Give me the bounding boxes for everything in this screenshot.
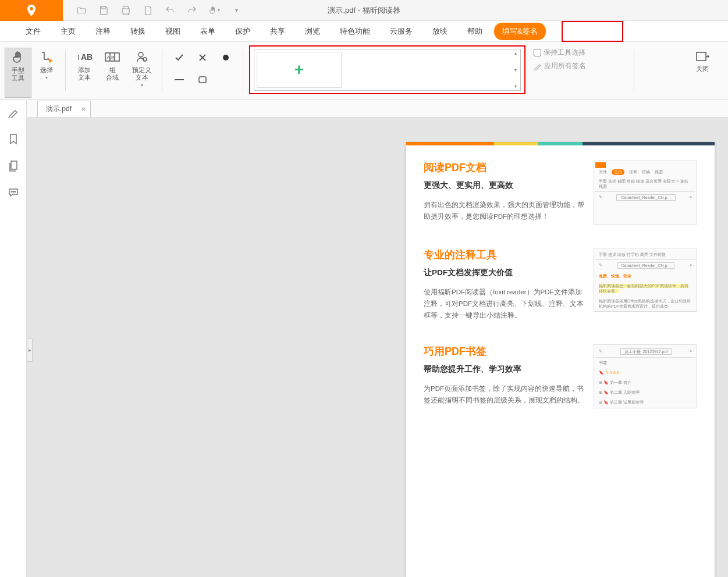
menu-features[interactable]: 特色功能 — [332, 23, 378, 40]
menu-home[interactable]: 主页 — [52, 23, 84, 40]
apply-all-check[interactable]: 应用所有签名 — [534, 61, 586, 71]
quick-toolbar: ▾ ▾ — [63, 5, 242, 16]
svg-point-7 — [139, 52, 143, 57]
plus-icon: + — [294, 60, 304, 79]
section-annotate: 专业的注释工具 让PDF文档发挥更大价值 使用福昕PDF阅读器（foxit re… — [406, 233, 715, 329]
left-expand-handle[interactable]: ▸ — [27, 339, 33, 362]
sec3-title: 巧用PDF书签 — [424, 344, 584, 358]
save-button[interactable] — [98, 5, 109, 16]
menu-share[interactable]: 共享 — [262, 23, 293, 40]
svg-point-16 — [15, 191, 16, 193]
close-icon — [694, 49, 711, 65]
customize-qat[interactable]: ▾ — [230, 5, 242, 16]
close-label: 关闭 — [696, 65, 709, 73]
document-tabs: 演示.pdf × — [27, 100, 728, 117]
sidebar — [0, 100, 27, 577]
keep-tool-check[interactable]: 保持工具选择 — [534, 48, 586, 58]
menu-browse[interactable]: 浏览 — [297, 23, 328, 40]
redo-button[interactable] — [186, 5, 198, 16]
svg-text:B: B — [111, 55, 115, 60]
sec2-body: 使用福昕PDF阅读器（foxit reader）为PDF文件添加注释，可对PDF… — [424, 286, 584, 321]
predef-text-tool[interactable]: 预定义 文本 ▾ — [127, 48, 156, 98]
menu-cloud[interactable]: 云服务 — [382, 23, 421, 40]
menu-view[interactable]: 视图 — [157, 23, 189, 40]
signature-scroll: ▴ ▾ ▾ — [512, 51, 519, 89]
section-read: 阅读PDF文档 更强大、更实用、更高效 拥有出色的文档渲染效果，强大的页面管理功… — [406, 145, 715, 233]
add-text-icon: IAB — [76, 49, 93, 65]
tab-label: 演示.pdf — [46, 104, 72, 114]
sec1-thumb: 文件主页注释转换视图 手型 选择 截图 剪贴 缩放 适合页面 实际大小 旋转视图… — [594, 161, 697, 225]
undo-button[interactable] — [164, 5, 176, 16]
window-title: 演示.pdf - 福昕阅读器 — [328, 5, 400, 16]
add-text-label: 添加 文本 — [78, 66, 91, 81]
sec3-sub: 帮助您提升工作、学习效率 — [424, 364, 584, 375]
menu-fill-sign[interactable]: 填写&签名 — [494, 23, 546, 40]
ribbon: 手型 工具 选择 ▾ IAB 添加 文本 AB 组 合域 预定义 文本 ▾ + — [0, 42, 728, 100]
menu-convert[interactable]: 转换 — [122, 23, 154, 40]
close-button[interactable]: 关闭 — [685, 48, 720, 73]
menu-protect[interactable]: 保护 — [227, 23, 258, 40]
add-signature-button[interactable]: + — [257, 52, 342, 88]
signature-gallery: + ▴ ▾ ▾ — [254, 49, 521, 91]
svg-point-15 — [13, 191, 14, 193]
sec1-title: 阅读PDF文档 — [424, 161, 584, 174]
tab-close[interactable]: × — [81, 105, 86, 113]
menu-comment[interactable]: 注释 — [87, 23, 119, 40]
signature-gallery-highlight: + ▴ ▾ ▾ — [249, 45, 525, 94]
menu-help[interactable]: 帮助 — [459, 23, 491, 40]
open-button[interactable] — [76, 5, 87, 16]
scroll-up[interactable]: ▴ — [514, 51, 517, 56]
menu-file[interactable]: 文件 — [17, 23, 49, 40]
sec1-sub: 更强大、更实用、更高效 — [424, 180, 584, 191]
sec2-sub: 让PDF文档发挥更大价值 — [424, 268, 584, 278]
titlebar: ▾ ▾ 演示.pdf - 福昕阅读器 — [0, 0, 728, 21]
signature-options: 保持工具选择 应用所有签名 — [528, 48, 586, 71]
svg-text:AB: AB — [81, 52, 93, 62]
scroll-down[interactable]: ▾ — [514, 67, 517, 73]
add-text-tool[interactable]: IAB 添加 文本 — [72, 48, 97, 98]
select-tool[interactable]: 选择 ▾ — [34, 48, 59, 98]
sidebar-comment[interactable] — [7, 186, 20, 199]
page-stripe — [406, 142, 715, 145]
select-label: 选择 — [40, 66, 53, 74]
app-logo[interactable] — [0, 0, 63, 21]
x-mark[interactable] — [197, 52, 208, 63]
doc-tab[interactable]: 演示.pdf × — [37, 101, 91, 117]
pdf-page: 阅读PDF文档 更强大、更实用、更高效 拥有出色的文档渲染效果，强大的页面管理功… — [406, 142, 715, 577]
predef-label: 预定义 文本 — [132, 66, 151, 81]
dot-mark[interactable] — [221, 52, 231, 63]
menu-play[interactable]: 放映 — [424, 23, 456, 40]
section-bookmark: 巧用PDF书签 帮助您提升工作、学习效率 为PDF页面添加书签，除了实现内容的快… — [406, 329, 715, 416]
foxit-logo-icon — [24, 3, 38, 17]
sidebar-pencil[interactable] — [7, 106, 20, 119]
page-button[interactable] — [142, 5, 154, 16]
sidebar-pages[interactable] — [7, 159, 20, 172]
combo-tool[interactable]: AB 组 合域 — [100, 48, 125, 98]
svg-point-14 — [11, 191, 12, 193]
menubar: 文件 主页 注释 转换 视图 表单 保护 共享 浏览 特色功能 云服务 放映 帮… — [0, 21, 728, 42]
rect-mark[interactable] — [197, 74, 208, 85]
document-viewport[interactable]: ▸ 阅读PDF文档 更强大、更实用、更高效 拥有出色的文档渲染效果，强大的页面管… — [27, 117, 728, 577]
line-mark[interactable] — [174, 74, 184, 85]
menu-form[interactable]: 表单 — [192, 23, 223, 40]
sec3-body: 为PDF页面添加书签，除了实现内容的快速导航，书签还能指明不同书签的层级关系，展… — [424, 383, 584, 406]
svg-text:I: I — [77, 54, 79, 62]
hand-dropdown[interactable]: ▾ — [208, 5, 220, 16]
sec1-body: 拥有出色的文档渲染效果，强大的页面管理功能，帮助提升效率，是您阅读PDF的理想选… — [424, 199, 584, 222]
separator — [243, 50, 243, 91]
svg-rect-13 — [11, 161, 17, 169]
scroll-expand[interactable]: ▾ — [514, 84, 517, 89]
mark-tools — [168, 48, 237, 90]
sidebar-bookmark[interactable] — [7, 133, 20, 145]
print-button[interactable] — [120, 5, 132, 16]
hand-label: 手型 工具 — [12, 67, 24, 82]
hand-icon — [10, 49, 26, 66]
svg-rect-12 — [697, 52, 706, 60]
check-mark[interactable] — [174, 52, 184, 63]
hand-tool[interactable]: 手型 工具 — [5, 48, 31, 98]
sec2-thumb: 手型 选择 缩放 打字机 高亮 文件转换 ✎Datasheet_Reader_C… — [594, 248, 697, 312]
separator — [65, 50, 66, 91]
svg-rect-11 — [199, 77, 206, 83]
svg-text:A: A — [106, 55, 110, 60]
sec2-title: 专业的注释工具 — [424, 248, 584, 262]
